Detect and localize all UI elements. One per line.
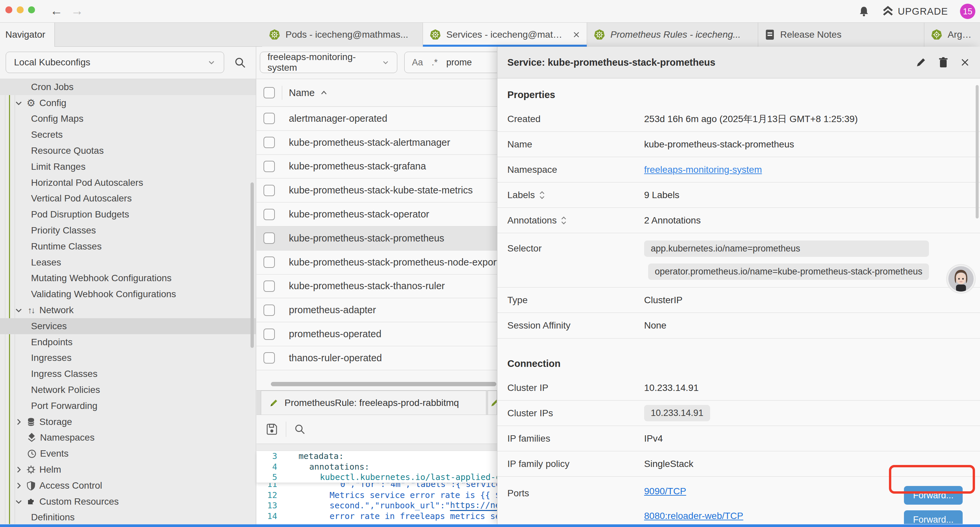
detail-panel-title: Service: kube-prometheus-stack-prometheu… (508, 57, 716, 68)
row-checkbox[interactable] (264, 304, 275, 316)
property-row-namespace: Namespace freeleaps-monitoring-system (497, 157, 980, 182)
resource-search-input[interactable]: Aa .* prome (404, 52, 504, 73)
sidebar-item-secrets[interactable]: Secrets (0, 127, 256, 143)
sidebar-group-access-control[interactable]: Access Control (0, 478, 256, 494)
editor-tab-partial[interactable] (488, 390, 497, 415)
sidebar-item-cron-jobs[interactable]: Cron Jobs (0, 79, 256, 95)
sidebar-item-port-forwarding[interactable]: Port Forwarding (0, 398, 256, 414)
sidebar-item-services[interactable]: Services (0, 318, 256, 334)
port-link-8080[interactable]: 8080:reloader-web/TCP (644, 511, 743, 521)
sidebar-item-definitions[interactable]: Definitions (0, 509, 256, 524)
sidebar-group-network[interactable]: ↑↓ Network (0, 302, 256, 318)
kubernetes-icon (931, 29, 942, 40)
sidebar-item-pod-disruption-budgets[interactable]: Pod Disruption Budgets (0, 207, 256, 223)
sort-ascending-icon (321, 90, 327, 96)
property-row-name: Name kube-prometheus-stack-prometheus (497, 132, 980, 157)
clock-icon (26, 449, 37, 458)
row-checkbox[interactable] (264, 185, 275, 196)
detail-panel-scrollbar[interactable] (976, 85, 978, 218)
sidebar-item-namespaces[interactable]: Namespaces (0, 430, 256, 446)
yaml-key: annotations: (282, 462, 369, 471)
notification-count-badge[interactable]: 15 (960, 4, 975, 19)
editor-search-icon[interactable] (294, 423, 306, 436)
tab-prometheus-rules[interactable]: Prometheus Rules - icecheng... (587, 23, 758, 47)
sidebar-search-icon[interactable] (234, 56, 247, 69)
horizontal-scrollbar[interactable] (271, 382, 496, 386)
sidebar-item-events[interactable]: Events (0, 446, 256, 462)
sidebar-group-storage[interactable]: Storage (0, 414, 256, 430)
back-arrow-icon[interactable]: ← (50, 3, 63, 19)
tab-release-notes[interactable]: Release Notes (758, 23, 924, 47)
sidebar-item-ingresses[interactable]: Ingresses (0, 350, 256, 366)
delete-trash-icon[interactable] (938, 57, 949, 68)
sidebar-group-helm[interactable]: Helm (0, 462, 256, 478)
regex-toggle[interactable]: .* (432, 57, 438, 68)
row-checkbox[interactable] (264, 113, 275, 124)
sidebar-item-validating-webhook-configurations[interactable]: Validating Webhook Configurations (0, 286, 256, 302)
sidebar-item-leases[interactable]: Leases (0, 255, 256, 271)
upgrade-button[interactable]: UPGRADE (882, 5, 948, 18)
match-case-toggle[interactable]: Aa (412, 57, 423, 68)
sidebar-item-mutating-webhook-configurations[interactable]: Mutating Webhook Configurations (0, 271, 256, 287)
kubernetes-icon (430, 29, 441, 40)
selector-chip: app.kubernetes.io/name=prometheus (644, 240, 929, 257)
close-window-button[interactable] (5, 6, 12, 13)
up-down-arrows-icon: ↑↓ (26, 305, 37, 315)
user-avatar[interactable] (946, 264, 976, 294)
save-icon[interactable] (265, 423, 278, 436)
sidebar-item-vertical-pod-autoscalers[interactable]: Vertical Pod Autoscalers (0, 191, 256, 207)
pencil-icon (269, 398, 278, 408)
namespace-link[interactable]: freeleaps-monitoring-system (644, 164, 762, 175)
sidebar-item-priority-classes[interactable]: Priority Classes (0, 223, 256, 239)
connection-section-title: Connection (497, 347, 980, 375)
row-checkbox[interactable] (264, 280, 275, 292)
editor-tab-prometheusrule[interactable]: PrometheusRule: freeleaps-prod-rabbitmq (261, 390, 486, 415)
port-link-9090[interactable]: 9090/TCP (644, 486, 743, 497)
minimize-window-button[interactable] (17, 6, 24, 13)
sidebar-item-network-policies[interactable]: Network Policies (0, 382, 256, 398)
tab-pods[interactable]: Pods - icecheng@mathmas... (262, 23, 423, 47)
chevron-down-icon (15, 99, 23, 107)
name-column-header[interactable]: Name (289, 88, 327, 99)
property-row-created: Created 253d 16h 6m ago (2025年1月13日 GMT+… (497, 107, 980, 132)
select-all-checkbox[interactable] (264, 87, 275, 99)
expand-collapse-icon[interactable] (539, 191, 545, 199)
row-checkbox[interactable] (264, 256, 275, 268)
window-bottom-accent-bar (0, 524, 980, 527)
tab-argo[interactable]: Argo Se (924, 23, 980, 47)
sidebar-item-endpoints[interactable]: Endpoints (0, 334, 256, 350)
forward-button-8080[interactable]: Forward... (904, 510, 963, 524)
sidebar-group-config[interactable]: ⚙ Config (0, 95, 256, 111)
forward-arrow-icon[interactable]: → (71, 3, 83, 19)
chevron-right-icon (15, 482, 23, 490)
sidebar-scrollbar[interactable] (250, 182, 254, 348)
zoom-window-button[interactable] (28, 6, 35, 13)
sidebar-item-resource-quotas[interactable]: Resource Quotas (0, 143, 256, 159)
expand-collapse-icon[interactable] (561, 216, 567, 225)
sidebar-item-runtime-classes[interactable]: Runtime Classes (0, 239, 256, 255)
notifications-bell-icon[interactable] (858, 5, 870, 18)
close-tab-icon[interactable] (573, 31, 580, 38)
kubeconfig-select[interactable]: Local Kubeconfigs (6, 52, 224, 73)
edit-pencil-icon[interactable] (915, 57, 927, 68)
row-checkbox[interactable] (264, 232, 275, 244)
navigator-panel-tab[interactable]: Navigator (0, 23, 55, 47)
row-checkbox[interactable] (264, 352, 275, 363)
sidebar-item-horizontal-pod-autoscalers[interactable]: Horizontal Pod Autoscalers (0, 175, 256, 191)
row-checkbox[interactable] (264, 328, 275, 340)
chevron-down-icon (15, 306, 23, 314)
sidebar-item-config-maps[interactable]: Config Maps (0, 111, 256, 127)
row-checkbox[interactable] (264, 161, 275, 172)
row-checkbox[interactable] (264, 209, 275, 220)
database-icon (26, 417, 37, 427)
close-panel-icon[interactable] (960, 57, 970, 67)
tab-services[interactable]: Services - icecheng@math... (423, 23, 587, 47)
sidebar-group-custom-resources[interactable]: Custom Resources (0, 494, 256, 509)
sidebar-item-ingress-classes[interactable]: Ingress Classes (0, 366, 256, 382)
tab-label: Release Notes (780, 29, 842, 40)
sidebar-item-limit-ranges[interactable]: Limit Ranges (0, 159, 256, 175)
helm-wheel-icon (26, 465, 37, 474)
namespace-select[interactable]: freeleaps-monitoring-system (260, 52, 397, 73)
row-checkbox[interactable] (264, 137, 275, 148)
property-row-annotations: Annotations 2 Annotations (497, 208, 980, 233)
